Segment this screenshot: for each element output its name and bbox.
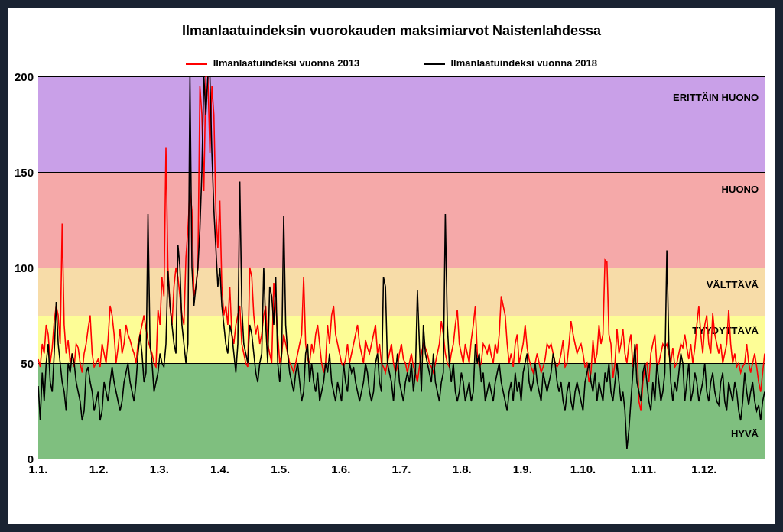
chart-lines <box>38 76 765 459</box>
x-tick: 1.1. <box>28 462 47 475</box>
x-tick: 1.4. <box>210 462 229 475</box>
chart-title: Ilmanlaatuindeksin vuorokauden maksimiar… <box>8 23 775 39</box>
legend-line-icon <box>424 63 445 65</box>
chart-container: Ilmanlaatuindeksin vuorokauden maksimiar… <box>8 8 775 524</box>
legend-item-2018: Ilmanlaatuindeksi vuonna 2018 <box>424 57 597 69</box>
gridline <box>38 459 765 459</box>
plot-area: ERITTÄIN HUONO HUONO VÄLTTÄVÄ TYYDYTTÄVÄ… <box>38 76 765 459</box>
legend-item-2013: Ilmanlaatuindeksi vuonna 2013 <box>186 57 359 69</box>
y-tick: 150 <box>15 166 34 179</box>
x-tick: 1.7. <box>392 462 411 475</box>
legend-label: Ilmanlaatuindeksi vuonna 2018 <box>450 57 596 69</box>
x-tick: 1.8. <box>453 462 472 475</box>
x-tick: 1.10. <box>570 462 596 475</box>
y-tick: 100 <box>15 261 34 274</box>
x-tick: 1.6. <box>331 462 350 475</box>
series-line <box>38 76 765 449</box>
x-tick: 1.11. <box>631 462 656 475</box>
x-tick: 1.5. <box>271 462 290 475</box>
legend: Ilmanlaatuindeksi vuonna 2013 Ilmanlaatu… <box>8 57 775 69</box>
x-axis: 1.1.1.2.1.3.1.4.1.5.1.6.1.7.1.8.1.9.1.10… <box>38 462 765 478</box>
y-tick: 50 <box>21 357 34 370</box>
x-tick: 1.12. <box>691 462 716 475</box>
x-tick: 1.9. <box>513 462 532 475</box>
y-tick: 200 <box>15 70 34 83</box>
x-tick: 1.3. <box>150 462 169 475</box>
x-tick: 1.2. <box>89 462 109 475</box>
legend-line-icon <box>186 63 207 65</box>
legend-label: Ilmanlaatuindeksi vuonna 2013 <box>213 57 359 69</box>
